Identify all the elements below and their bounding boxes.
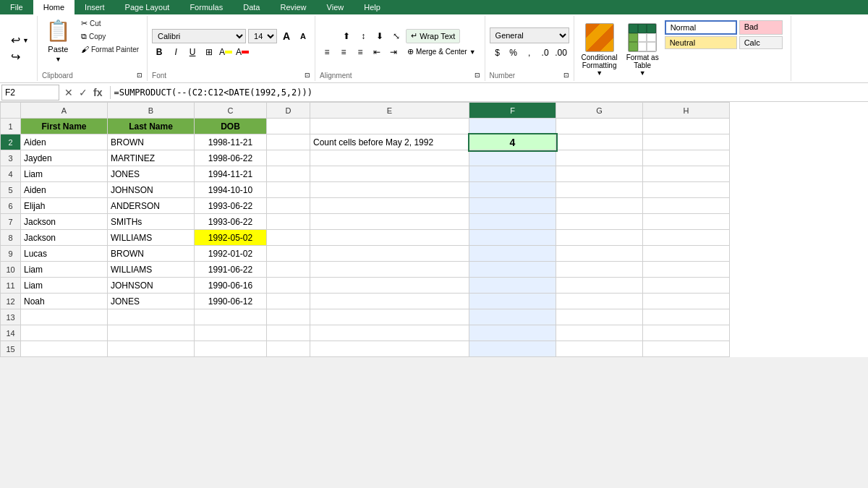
row-num-3[interactable]: 3 <box>1 150 21 166</box>
cell-e15[interactable] <box>310 341 469 357</box>
cell-f5[interactable] <box>469 182 556 198</box>
row-num-8[interactable]: 8 <box>1 230 21 246</box>
cell-e7[interactable] <box>310 214 469 230</box>
cell-g13[interactable] <box>556 309 643 325</box>
cell-g2[interactable] <box>556 134 643 150</box>
decrease-decimal-button[interactable]: .0 <box>538 46 553 60</box>
cell-b2[interactable]: BROWN <box>108 134 195 150</box>
alignment-expand-icon[interactable]: ⊡ <box>475 72 480 79</box>
angle-text-button[interactable]: ⤡ <box>389 29 404 43</box>
cell-a10[interactable]: Liam <box>21 262 108 278</box>
cell-e10[interactable] <box>310 262 469 278</box>
row-num-1[interactable]: 1 <box>1 119 21 134</box>
cell-b1[interactable]: Last Name <box>108 119 195 134</box>
calc-style-button[interactable]: Calc <box>739 36 783 49</box>
row-num-12[interactable]: 12 <box>1 294 21 309</box>
cell-c9[interactable]: 1992-01-02 <box>195 246 267 262</box>
font-size-select[interactable]: 14 <box>248 29 277 43</box>
tab-data[interactable]: Data <box>233 0 270 14</box>
cell-b10[interactable]: WILLIAMS <box>108 262 195 278</box>
cell-g15[interactable] <box>556 341 643 357</box>
cell-a1[interactable]: First Name <box>21 119 108 134</box>
cell-c12[interactable]: 1990-06-12 <box>195 294 267 309</box>
cell-e8[interactable] <box>310 230 469 246</box>
cell-a8[interactable]: Jackson <box>21 230 108 246</box>
cell-h9[interactable] <box>643 246 730 262</box>
cell-e12[interactable] <box>310 294 469 309</box>
cell-b15[interactable] <box>108 341 195 357</box>
col-header-b[interactable]: B <box>108 103 195 119</box>
cell-b14[interactable] <box>108 325 195 341</box>
cell-c1[interactable]: DOB <box>195 119 267 134</box>
cell-h15[interactable] <box>643 341 730 357</box>
format-painter-button[interactable]: 🖌 Format Painter <box>77 43 142 55</box>
cell-g10[interactable] <box>556 262 643 278</box>
indent-decrease-button[interactable]: ⇤ <box>370 45 384 59</box>
cell-h11[interactable] <box>643 278 730 294</box>
font-expand-icon[interactable]: ⊡ <box>305 72 310 79</box>
cell-g12[interactable] <box>556 294 643 309</box>
cell-h2[interactable] <box>643 134 730 150</box>
cell-f14[interactable] <box>469 325 556 341</box>
tab-help[interactable]: Help <box>354 0 391 14</box>
increase-font-button[interactable]: A <box>279 29 294 43</box>
cell-b9[interactable]: BROWN <box>108 246 195 262</box>
cell-e13[interactable] <box>310 309 469 325</box>
italic-button[interactable]: I <box>169 45 183 59</box>
cell-c7[interactable]: 1993-06-22 <box>195 214 267 230</box>
cell-g11[interactable] <box>556 278 643 294</box>
confirm-formula-icon[interactable]: ✓ <box>77 87 90 98</box>
insert-function-icon[interactable]: fx <box>91 87 104 98</box>
cell-f1[interactable] <box>469 119 556 134</box>
cell-a5[interactable]: Aiden <box>21 182 108 198</box>
cell-a12[interactable]: Noah <box>21 294 108 309</box>
cell-g7[interactable] <box>556 214 643 230</box>
cell-e11[interactable] <box>310 278 469 294</box>
cell-d13[interactable] <box>267 309 310 325</box>
tab-file[interactable]: File <box>0 0 33 14</box>
row-num-13[interactable]: 13 <box>1 309 21 325</box>
cell-b5[interactable]: JOHNSON <box>108 182 195 198</box>
conditional-formatting-button[interactable]: ConditionalFormatting ▼ <box>579 20 621 80</box>
cell-g8[interactable] <box>556 230 643 246</box>
cell-d7[interactable] <box>267 214 310 230</box>
number-format-select[interactable]: General <box>490 27 569 43</box>
cell-c11[interactable]: 1990-06-16 <box>195 278 267 294</box>
cell-e5[interactable] <box>310 182 469 198</box>
cell-b12[interactable]: JONES <box>108 294 195 309</box>
cell-a6[interactable]: Elijah <box>21 198 108 214</box>
cell-h14[interactable] <box>643 325 730 341</box>
cell-c2[interactable]: 1998-11-21 <box>195 134 267 150</box>
cut-button[interactable]: ✂ Cut <box>77 17 142 30</box>
cell-e14[interactable] <box>310 325 469 341</box>
wrap-text-button[interactable]: ↵ Wrap Text <box>406 29 460 43</box>
cell-d2[interactable] <box>267 134 310 150</box>
cell-b4[interactable]: JONES <box>108 166 195 182</box>
cell-a3[interactable]: Jayden <box>21 150 108 166</box>
cell-f12[interactable] <box>469 294 556 309</box>
cancel-formula-icon[interactable]: ✕ <box>62 87 75 98</box>
border-button[interactable]: ⊞ <box>202 45 216 59</box>
cell-f3[interactable] <box>469 150 556 166</box>
cell-f2[interactable]: 4 <box>469 134 556 150</box>
align-top-button[interactable]: ⬆ <box>339 29 354 43</box>
cell-h7[interactable] <box>643 214 730 230</box>
cell-d11[interactable] <box>267 278 310 294</box>
cell-b6[interactable]: ANDERSON <box>108 198 195 214</box>
cell-g9[interactable] <box>556 246 643 262</box>
redo-button[interactable]: ↪ <box>7 48 33 65</box>
percent-button[interactable]: % <box>506 46 521 60</box>
align-left-button[interactable]: ≡ <box>320 45 334 59</box>
row-num-10[interactable]: 10 <box>1 262 21 278</box>
bold-button[interactable]: B <box>152 45 166 59</box>
increase-decimal-button[interactable]: .00 <box>554 46 569 60</box>
cell-c4[interactable]: 1994-11-21 <box>195 166 267 182</box>
cell-g1[interactable] <box>556 119 643 134</box>
tab-view[interactable]: View <box>317 0 354 14</box>
cell-f8[interactable] <box>469 230 556 246</box>
font-color-button[interactable]: A <box>235 45 250 59</box>
cell-g6[interactable] <box>556 198 643 214</box>
align-middle-button[interactable]: ↕ <box>356 29 370 43</box>
cell-c8[interactable]: 1992-05-02 <box>195 230 267 246</box>
tab-home[interactable]: Home <box>33 0 75 14</box>
